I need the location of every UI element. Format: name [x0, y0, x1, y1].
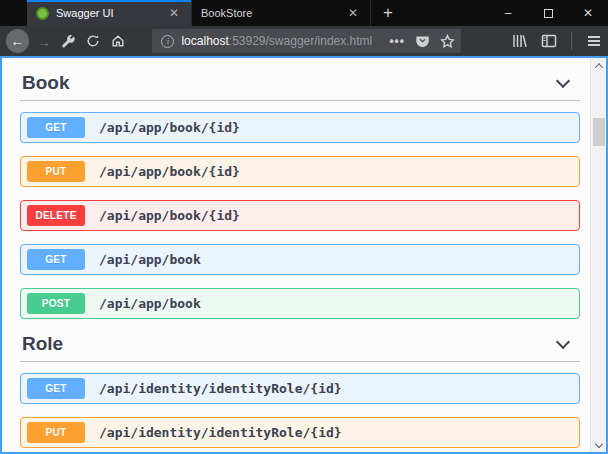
endpoint-path: /api/app/book/{id}: [99, 208, 240, 223]
endpoint-row[interactable]: PUT /api/app/book/{id}: [20, 156, 580, 187]
tab-close-icon[interactable]: ✕: [345, 4, 361, 22]
url-host: localhost: [181, 34, 228, 48]
swagger-favicon-icon: [36, 7, 49, 20]
endpoint-list: GET /api/app/book/{id} PUT /api/app/book…: [20, 112, 580, 319]
chevron-up-icon: [595, 63, 603, 71]
endpoint-list: GET /api/identity/identityRole/{id} PUT …: [20, 373, 580, 448]
endpoint-path: /api/app/book/{id}: [99, 164, 240, 179]
back-button[interactable]: ←: [6, 29, 29, 53]
api-tag-section: Role GET /api/identity/identityRole/{id}…: [20, 333, 580, 448]
new-tab-button[interactable]: +: [371, 0, 405, 26]
menu-hamburger-icon[interactable]: [586, 33, 602, 49]
maximize-button[interactable]: [528, 0, 568, 26]
window-controls: – ✕: [488, 0, 608, 26]
wrench-icon: [60, 33, 76, 49]
sidebar-toggle-icon[interactable]: [541, 33, 557, 49]
reload-button[interactable]: [81, 29, 106, 53]
minimize-button[interactable]: –: [488, 0, 528, 26]
method-badge: PUT: [27, 161, 85, 182]
maximize-icon: [544, 9, 553, 18]
endpoint-path: /api/app/book/{id}: [99, 120, 240, 135]
endpoint-row[interactable]: PUT /api/identity/identityRole/{id}: [20, 417, 580, 448]
section-title: Book: [22, 72, 558, 94]
pocket-icon[interactable]: [415, 34, 430, 49]
scroll-up-button[interactable]: [591, 58, 607, 73]
titlebar-drag-space: [0, 0, 27, 26]
tab-title: BookStore: [201, 7, 345, 19]
section-header[interactable]: Role: [22, 333, 578, 355]
endpoint-path: /api/app/book: [99, 252, 201, 267]
toolbar-separator: [571, 32, 572, 50]
tab-bookstore[interactable]: BookStore ✕: [191, 0, 371, 26]
tab-close-icon[interactable]: ✕: [166, 4, 182, 22]
endpoint-row[interactable]: GET /api/app/book: [20, 244, 580, 275]
home-icon: [111, 34, 125, 48]
section-header[interactable]: Book: [22, 72, 578, 94]
page-content: Book GET /api/app/book/{id} PUT /api/app…: [0, 56, 608, 454]
chevron-down-icon: [595, 439, 603, 447]
wrench-button[interactable]: [56, 29, 81, 53]
page-actions-icon[interactable]: •••: [389, 34, 405, 48]
reload-icon: [86, 34, 100, 48]
tab-swagger-ui[interactable]: Swagger UI ✕: [27, 0, 191, 26]
api-tag-section: Book GET /api/app/book/{id} PUT /api/app…: [20, 72, 580, 319]
method-badge: DELETE: [27, 205, 85, 226]
section-divider: [20, 361, 580, 362]
endpoint-row[interactable]: GET /api/app/book/{id}: [20, 112, 580, 143]
url-path: :53929/swagger/index.html: [229, 34, 372, 48]
method-badge: GET: [27, 117, 85, 138]
method-badge: POST: [27, 293, 85, 314]
bookmark-star-icon[interactable]: [440, 34, 455, 49]
section-divider: [20, 100, 580, 101]
endpoint-path: /api/app/book: [99, 296, 201, 311]
scrollbar-thumb[interactable]: [593, 118, 605, 146]
method-badge: GET: [27, 249, 85, 270]
vertical-scrollbar[interactable]: [590, 58, 606, 452]
endpoint-path: /api/identity/identityRole/{id}: [99, 425, 342, 440]
collapse-chevron-icon[interactable]: [556, 74, 570, 88]
close-button[interactable]: ✕: [568, 0, 608, 26]
swagger-ui-page: Book GET /api/app/book/{id} PUT /api/app…: [2, 58, 590, 452]
scroll-down-button[interactable]: [591, 437, 607, 452]
tab-strip: Swagger UI ✕ BookStore ✕ + – ✕: [0, 0, 608, 26]
endpoint-path: /api/identity/identityRole/{id}: [99, 381, 342, 396]
titlebar-spacer: [405, 0, 488, 26]
endpoint-row[interactable]: POST /api/app/book: [20, 288, 580, 319]
method-badge: PUT: [27, 422, 85, 443]
site-info-icon[interactable]: i: [161, 35, 174, 48]
forward-button[interactable]: →: [31, 29, 56, 53]
toolbar-right-icons: [511, 32, 602, 50]
url-bar[interactable]: i localhost:53929/swagger/index.html •••: [152, 29, 461, 53]
navigation-toolbar: ← → i localhost:53929/swagger/index.html…: [0, 26, 608, 56]
endpoint-row[interactable]: DELETE /api/app/book/{id}: [20, 200, 580, 231]
collapse-chevron-icon[interactable]: [556, 335, 570, 349]
api-sections: Book GET /api/app/book/{id} PUT /api/app…: [20, 72, 580, 448]
url-text[interactable]: localhost:53929/swagger/index.html: [181, 34, 383, 48]
section-title: Role: [22, 333, 558, 355]
endpoint-row[interactable]: GET /api/identity/identityRole/{id}: [20, 373, 580, 404]
method-badge: GET: [27, 378, 85, 399]
browser-window: Swagger UI ✕ BookStore ✕ + – ✕ ← → i lo: [0, 0, 608, 454]
tab-title: Swagger UI: [56, 7, 166, 19]
library-icon[interactable]: [511, 33, 527, 49]
home-button[interactable]: [106, 29, 131, 53]
urlbar-actions: •••: [389, 34, 455, 49]
